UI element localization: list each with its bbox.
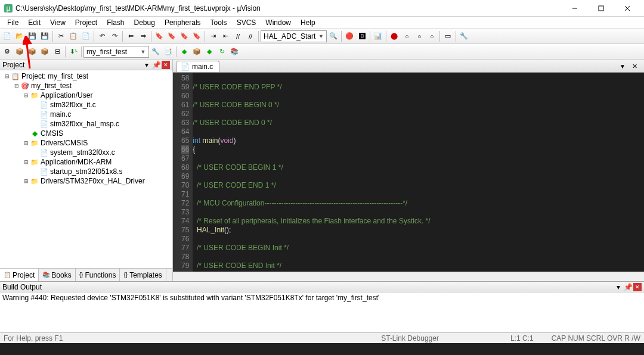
panel-pin-icon[interactable]: 📌 bbox=[152, 61, 160, 69]
uncomment-icon[interactable]: // bbox=[244, 30, 256, 42]
tree-group[interactable]: ◆CMSIS bbox=[0, 129, 172, 138]
build-icon[interactable]: 📦 bbox=[14, 46, 26, 58]
menu-debug[interactable]: Debug bbox=[129, 17, 160, 28]
pause-icon[interactable]: ○ bbox=[426, 30, 438, 42]
nav-fwd-icon[interactable]: ⇒ bbox=[137, 30, 149, 42]
menu-help[interactable]: Help bbox=[296, 17, 320, 28]
titlebar: µ C:\Users\sky\Desktop\my_first_test\MDK… bbox=[0, 0, 644, 17]
books-icon[interactable]: 📚 bbox=[228, 46, 240, 58]
tree-file[interactable]: 📄stm32f0xx_it.c bbox=[0, 100, 172, 110]
config-icon[interactable]: 🔧 bbox=[458, 30, 470, 42]
tree-group[interactable]: ⊟📁Application/MDK-ARM bbox=[0, 157, 172, 167]
tree-file[interactable]: 📄main.c bbox=[0, 110, 172, 119]
copy-icon[interactable]: 📋 bbox=[67, 30, 79, 42]
outdent-icon[interactable]: ⇤ bbox=[219, 30, 231, 42]
panel-pin-icon[interactable]: 📌 bbox=[624, 283, 632, 291]
line-gutter: 5859606162636465666768697071727374757677… bbox=[173, 73, 193, 272]
find-icon[interactable]: 🔍 bbox=[327, 30, 339, 42]
debug-icon[interactable]: 🔴 bbox=[343, 30, 355, 42]
editor-tabs: 📄 main.c ▼ ✕ bbox=[173, 60, 644, 73]
editor-close-icon[interactable]: ✕ bbox=[628, 60, 640, 72]
build-output-header: Build Output ▾ 📌 ✕ bbox=[0, 282, 644, 292]
bookmark-icon[interactable]: 🔖 bbox=[153, 30, 165, 42]
select-pack-icon[interactable]: 📦 bbox=[191, 46, 203, 58]
bottom-tab-functions[interactable]: {}Functions bbox=[76, 269, 120, 281]
bookmark-prev-icon[interactable]: 🔖 bbox=[166, 30, 178, 42]
menu-project[interactable]: Project bbox=[70, 17, 102, 28]
target-combo-value: my_first_test bbox=[85, 48, 139, 56]
target-combo[interactable]: my_first_test ▼ bbox=[83, 46, 149, 58]
analyze-icon[interactable]: 📊 bbox=[372, 30, 384, 42]
save-icon[interactable]: 💾 bbox=[26, 30, 38, 42]
menu-edit[interactable]: Edit bbox=[23, 17, 45, 28]
panel-close-icon[interactable]: ✕ bbox=[633, 283, 642, 291]
project-tree[interactable]: ⊟📋Project: my_first_test⊟🎯my_first_test⊟… bbox=[0, 70, 172, 268]
pack-install-icon[interactable]: ◆ bbox=[203, 46, 215, 58]
paste-icon[interactable]: 📄 bbox=[80, 30, 92, 42]
indent-icon[interactable]: ⇥ bbox=[207, 30, 219, 42]
tree-group[interactable]: ⊟📁Application/User bbox=[0, 91, 172, 100]
tree-project-root[interactable]: ⊟📋Project: my_first_test bbox=[0, 71, 172, 81]
stop-record-icon[interactable]: ○ bbox=[401, 30, 413, 42]
manage-icon[interactable]: 📑 bbox=[162, 46, 174, 58]
translate-icon[interactable]: ⚙ bbox=[1, 46, 13, 58]
nav-back-icon[interactable]: ⇐ bbox=[125, 30, 137, 42]
editor-tab-label: main.c bbox=[192, 63, 213, 71]
maximize-button[interactable] bbox=[588, 0, 614, 17]
bookmark-clear-icon[interactable]: 🔖 bbox=[191, 30, 203, 42]
status-bar: For Help, press F1 ST-Link Debugger L:1 … bbox=[0, 332, 644, 343]
menu-view[interactable]: View bbox=[45, 17, 70, 28]
target-options-icon[interactable]: 🔧 bbox=[150, 46, 162, 58]
batch-build-icon[interactable]: 📦 bbox=[39, 46, 51, 58]
comment-icon[interactable]: // bbox=[232, 30, 244, 42]
horizontal-scrollbar[interactable] bbox=[173, 272, 644, 281]
status-flags: CAP NUM SCRL OVR R /W bbox=[552, 334, 640, 342]
find-combo[interactable]: HAL_ADC_Start ▼ bbox=[261, 30, 327, 42]
tree-group[interactable]: ⊞📁Drivers/STM32F0xx_HAL_Driver bbox=[0, 176, 172, 186]
menu-svcs[interactable]: SVCS bbox=[232, 17, 261, 28]
taskbar bbox=[0, 343, 644, 355]
code-body[interactable]: /* USER CODE END PFP *//* USER CODE BEGI… bbox=[193, 73, 644, 272]
chevron-down-icon: ▼ bbox=[317, 33, 325, 39]
cut-icon[interactable]: ✂ bbox=[55, 30, 67, 42]
play-icon[interactable]: ○ bbox=[413, 30, 425, 42]
open-file-icon[interactable]: 📂 bbox=[14, 30, 26, 42]
menu-peripherals[interactable]: Peripherals bbox=[160, 17, 206, 28]
svg-text:µ: µ bbox=[7, 4, 11, 13]
panel-dropdown-icon[interactable]: ▾ bbox=[143, 61, 151, 69]
menu-flash[interactable]: Flash bbox=[102, 17, 129, 28]
toolbar-build: ⚙ 📦 📦 📦 ⊟ ⬇ᴸ my_first_test ▼ 🔧 📑 ◆ 📦 ◆ ↻… bbox=[0, 44, 644, 60]
menu-window[interactable]: Window bbox=[261, 17, 296, 28]
tree-target[interactable]: ⊟🎯my_first_test bbox=[0, 81, 172, 91]
download-icon[interactable]: ⬇ᴸ bbox=[67, 46, 79, 58]
manage-rte-icon[interactable]: ◆ bbox=[178, 46, 190, 58]
bottom-tab-templates[interactable]: {}Templates bbox=[120, 269, 166, 281]
rebuild-icon[interactable]: 📦 bbox=[26, 46, 38, 58]
refresh-icon[interactable]: ↻ bbox=[216, 46, 228, 58]
tree-file[interactable]: 📄system_stm32f0xx.c bbox=[0, 148, 172, 157]
stop-build-icon[interactable]: ⊟ bbox=[51, 46, 63, 58]
code-editor[interactable]: 5859606162636465666768697071727374757677… bbox=[173, 73, 644, 272]
bookmark-next-icon[interactable]: 🔖 bbox=[178, 30, 190, 42]
menu-tools[interactable]: Tools bbox=[206, 17, 232, 28]
bottom-tab-books[interactable]: 📚Books bbox=[39, 269, 75, 281]
minimize-button[interactable] bbox=[562, 0, 588, 17]
menu-file[interactable]: File bbox=[2, 17, 23, 28]
panel-dropdown-icon[interactable]: ▾ bbox=[614, 283, 623, 291]
undo-icon[interactable]: ↶ bbox=[96, 30, 108, 42]
bottom-tab-project[interactable]: 📋Project bbox=[0, 269, 39, 281]
tree-file[interactable]: 📄startup_stm32f051x8.s bbox=[0, 167, 172, 176]
tree-file[interactable]: 📄stm32f0xx_hal_msp.c bbox=[0, 119, 172, 129]
breakpoint-icon[interactable]: 🅱 bbox=[356, 30, 368, 42]
window-icon[interactable]: ▭ bbox=[442, 30, 454, 42]
build-output-body[interactable]: Warning #440: Requested device 'STM32F05… bbox=[0, 292, 644, 328]
redo-icon[interactable]: ↷ bbox=[109, 30, 120, 42]
panel-close-icon[interactable]: ✕ bbox=[162, 61, 170, 69]
tree-group[interactable]: ⊟📁Drivers/CMSIS bbox=[0, 138, 172, 148]
new-file-icon[interactable]: 📄 bbox=[1, 30, 13, 42]
editor-menu-icon[interactable]: ▼ bbox=[617, 60, 628, 72]
editor-tab-mainc[interactable]: 📄 main.c bbox=[177, 61, 219, 72]
record-icon[interactable]: ⬤ bbox=[388, 30, 400, 42]
close-button[interactable] bbox=[614, 0, 640, 17]
save-all-icon[interactable]: 💾 bbox=[39, 30, 51, 42]
